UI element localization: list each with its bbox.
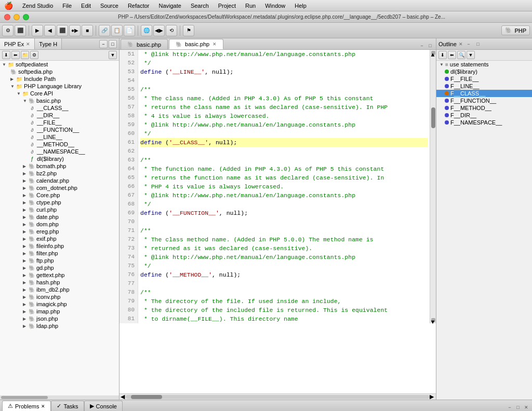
bottom-panel-minimize-button[interactable]: − <box>506 404 513 411</box>
toolbar-btn-1[interactable]: ⚙ <box>2 25 14 36</box>
menu-file[interactable]: File <box>58 2 76 10</box>
vertical-scrollbar-thumb[interactable] <box>431 107 435 128</box>
toolbar-btn-14[interactable]: ⚑ <box>183 25 194 36</box>
editor-tab-basic-php-2[interactable]: 🐘 basic.php ✕ <box>169 39 223 49</box>
tree-item-basic-php[interactable]: ▼ 🐘 basic.php <box>0 97 119 104</box>
tree-item-class[interactable]: ∂ __CLASS__ <box>0 104 119 112</box>
tree-item-ereg[interactable]: ▶ 🐘 ereg.php <box>0 228 119 235</box>
php-explorer-tab-close[interactable]: ✕ <box>26 42 30 47</box>
left-panel-ctrl-btn-3[interactable]: 📁 <box>21 51 29 59</box>
bottom-panel-close-button[interactable]: ✕ <box>523 404 530 411</box>
outline-ctrl-btn-3[interactable]: 🔍 <box>457 51 466 59</box>
close-window-button[interactable] <box>4 14 10 20</box>
toolbar-btn-12[interactable]: ◀▶ <box>153 25 165 36</box>
tree-item-filter[interactable]: ▶ 🐘 filter.php <box>0 250 119 257</box>
outline-ctrl-btn-2[interactable]: ⬅ <box>448 51 456 59</box>
outline-item-namespace-const[interactable]: F__NAMESPACE__ <box>436 119 532 126</box>
tab-tasks[interactable]: ✓ Tasks <box>51 401 84 411</box>
tree-item-php-include-path[interactable]: ▶ 📁 Include Path <box>0 75 119 83</box>
tree-item-json[interactable]: ▶ 🐘 json.php <box>0 315 119 322</box>
menu-help[interactable]: Help <box>290 2 311 10</box>
toolbar-btn-4[interactable]: ◀ <box>44 25 56 36</box>
menu-edit[interactable]: Edit <box>77 2 95 10</box>
maximize-window-button[interactable] <box>23 14 29 20</box>
bottom-panel-maximize-button[interactable]: □ <box>514 404 522 411</box>
menu-run[interactable]: Run <box>241 2 260 10</box>
tree-item-ftp[interactable]: ▶ 🐘 ftp.php <box>0 257 119 264</box>
tree-item-gd[interactable]: ▶ 🐘 gd.php <box>0 264 119 271</box>
outline-item-class-const[interactable]: F__CLASS__ <box>436 90 532 97</box>
tree-item-calendar[interactable]: ▶ 🐘 calendar.php <box>0 177 119 184</box>
editor-tab-basic-php-1[interactable]: 🐘 basic.php <box>121 39 168 49</box>
scroll-right-button[interactable]: ▶ <box>430 393 435 400</box>
tree-item-dl-library[interactable]: ƒ dl($library) <box>0 155 119 162</box>
editor-tab-close-button[interactable]: ✕ <box>212 42 217 47</box>
toolbar-btn-2[interactable]: ⬛ <box>15 25 26 36</box>
tree-item-curl[interactable]: ▶ 🐘 curl.php <box>0 206 119 213</box>
outline-maximize-button[interactable]: □ <box>474 40 482 48</box>
outline-item-line-const[interactable]: F__LINE__ <box>436 83 532 90</box>
tree-item-namespace[interactable]: ∂ __NAMESPACE__ <box>0 148 119 155</box>
tab-php-explorer[interactable]: PHP Ex ✕ <box>0 38 35 49</box>
toolbar-btn-8[interactable]: 🔗 <box>99 25 110 36</box>
tree-item-bcmath[interactable]: ▶ 🐘 bcmath.php <box>0 162 119 170</box>
tree-item-bz2[interactable]: ▶ 🐘 bz2.php <box>0 170 119 177</box>
menu-source[interactable]: Source <box>96 2 123 10</box>
outline-item-file-const[interactable]: F__FILE__ <box>436 75 532 83</box>
left-panel-ctrl-btn-1[interactable]: ⬇ <box>2 51 10 59</box>
tree-item-date[interactable]: ▶ 🐘 date.php <box>0 213 119 221</box>
scrollbar-thumb[interactable] <box>131 395 162 399</box>
toolbar-btn-6[interactable]: ●▶ <box>69 25 81 36</box>
tree-item-hash[interactable]: ▶ 🐘 hash.php <box>0 279 119 286</box>
tree-item-method[interactable]: ∂ __METHOD__ <box>0 141 119 148</box>
editor-minimize-button[interactable]: − <box>418 42 425 49</box>
menu-search[interactable]: Search <box>187 2 213 10</box>
toolbar-btn-5[interactable]: ⬛ <box>57 25 68 36</box>
tree-item-file[interactable]: ∂ __FILE__ <box>0 119 119 126</box>
tree-item-gettext[interactable]: ▶ 🐘 gettext.php <box>0 271 119 279</box>
left-panel-maximize-button[interactable]: □ <box>109 40 117 48</box>
left-panel-ctrl-btn-2[interactable]: ⬅ <box>11 51 20 59</box>
menu-zend-studio[interactable]: Zend Studio <box>18 2 57 10</box>
toolbar-btn-3[interactable]: ▶ <box>32 25 43 36</box>
toolbar-btn-13[interactable]: ⟲ <box>166 25 177 36</box>
tree-item-com-dotnet[interactable]: ▶ 🐘 com_dotnet.php <box>0 184 119 191</box>
toolbar-btn-11[interactable]: 🌐 <box>141 25 152 36</box>
tree-item-imagick[interactable]: ▶ 🐘 imagick.php <box>0 300 119 308</box>
tree-item-ctype[interactable]: ▶ 🐘 ctype.php <box>0 199 119 206</box>
code-text[interactable]: * @link http://www.php.net/manual/en/lan… <box>138 50 430 323</box>
tab-type-hierarchy[interactable]: Type H <box>35 38 62 49</box>
outline-ctrl-btn-1[interactable]: ⬇ <box>438 51 447 59</box>
tab-problems[interactable]: ⚠ Problems ✕ <box>2 401 51 411</box>
minimize-window-button[interactable] <box>14 14 20 20</box>
tree-item-php-language-library[interactable]: ▼ 📁 PHP Language Library <box>0 83 119 90</box>
tree-item-dom[interactable]: ▶ 🐘 dom.php <box>0 221 119 228</box>
left-panel-ctrl-btn-4[interactable]: ⚙ <box>30 51 38 59</box>
horizontal-scrollbar[interactable]: ◀ ▶ <box>119 393 436 400</box>
scroll-up-button[interactable]: ▲ <box>431 51 435 55</box>
editor-maximize-button[interactable]: □ <box>427 42 434 49</box>
left-panel-minimize-button[interactable]: − <box>99 40 108 48</box>
tree-item-function[interactable]: ∂ __FUNCTION__ <box>0 126 119 133</box>
tree-item-exif[interactable]: ▶ 🐘 exif.php <box>0 235 119 242</box>
outline-ctrl-btn-4[interactable]: ▼ <box>467 51 475 59</box>
tree-item-imap[interactable]: ▶ 🐘 imap.php <box>0 308 119 315</box>
tree-item-fileinfo[interactable]: ▶ 🐘 fileinfo.php <box>0 242 119 250</box>
tree-item-ldap[interactable]: ▶ 🐘 ldap.php <box>0 322 119 330</box>
tree-item-core[interactable]: ▶ 🐘 Core.php <box>0 191 119 199</box>
tree-item-dir[interactable]: ∂ __DIR__ <box>0 112 119 119</box>
tab-console[interactable]: ▶ Console <box>84 401 123 411</box>
tree-item-core-api[interactable]: ▼ 📁 Core API <box>0 90 119 97</box>
tree-item-ibm-db2[interactable]: ▶ 🐘 ibm_db2.php <box>0 286 119 293</box>
left-panel-ctrl-btn-5[interactable]: ▼ <box>109 51 117 59</box>
toolbar-btn-9[interactable]: 📋 <box>111 25 123 36</box>
tree-item-iconv[interactable]: ▶ 🐘 iconv.php <box>0 293 119 300</box>
menu-project[interactable]: Project <box>214 2 240 10</box>
outline-item-dl-library[interactable]: dl($library) <box>436 68 532 75</box>
toolbar-btn-7[interactable]: ■ <box>82 25 93 36</box>
outline-item-method-const[interactable]: F__METHOD__ <box>436 104 532 112</box>
outline-item-function-const[interactable]: F__FUNCTION__ <box>436 97 532 104</box>
menu-navigate[interactable]: Navigate <box>154 2 185 10</box>
outline-minimize-button[interactable]: − <box>465 40 472 48</box>
outline-item-use-statements[interactable]: ▼ ≡ use statements <box>436 61 532 68</box>
